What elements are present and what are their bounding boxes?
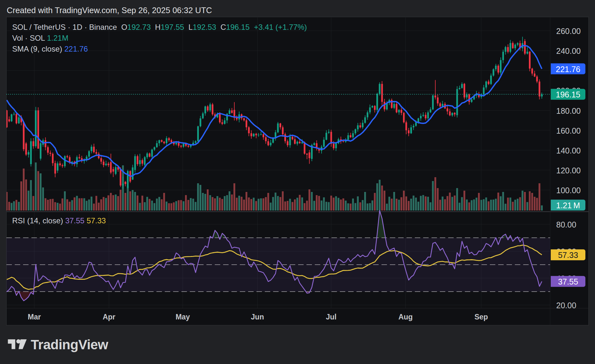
svg-text:20.00: 20.00 — [556, 301, 576, 310]
svg-text:1.21 M: 1.21 M — [556, 201, 580, 210]
svg-text:160.00: 160.00 — [556, 126, 581, 135]
svg-text:Mar: Mar — [28, 313, 41, 321]
svg-text:260.00: 260.00 — [556, 27, 581, 36]
svg-text:221.76: 221.76 — [556, 65, 580, 74]
svg-text:RSI (14, close) 37.55 57.33: RSI (14, close) 37.55 57.33 — [12, 216, 106, 225]
svg-text:120.00: 120.00 — [556, 166, 581, 175]
svg-text:Sep: Sep — [474, 313, 488, 321]
svg-text:100.00: 100.00 — [556, 186, 581, 195]
svg-text:TradingView: TradingView — [31, 337, 108, 352]
svg-text:Jun: Jun — [251, 313, 264, 321]
svg-text:Vol · SOL 1.21M: Vol · SOL 1.21M — [12, 34, 68, 42]
svg-text:Created with TradingView.com,: Created with TradingView.com, Sep 26, 20… — [7, 6, 212, 15]
svg-text:196.15: 196.15 — [556, 90, 580, 99]
svg-text:57.33: 57.33 — [558, 251, 578, 260]
svg-text:SMA (9, close) 221.76: SMA (9, close) 221.76 — [12, 45, 88, 53]
svg-text:Aug: Aug — [398, 313, 413, 321]
svg-text:May: May — [176, 313, 190, 321]
svg-text:Apr: Apr — [103, 313, 115, 321]
svg-text:Jul: Jul — [326, 313, 336, 321]
svg-text:180.00: 180.00 — [556, 106, 581, 115]
svg-text:140.00: 140.00 — [556, 146, 581, 155]
svg-text:SOL / TetherUS · 1D · Binance: SOL / TetherUS · 1D · Binance O192.73 H1… — [12, 23, 307, 31]
svg-text:80.00: 80.00 — [556, 220, 576, 229]
svg-text:37.55: 37.55 — [558, 277, 578, 286]
svg-text:240.00: 240.00 — [556, 46, 581, 55]
